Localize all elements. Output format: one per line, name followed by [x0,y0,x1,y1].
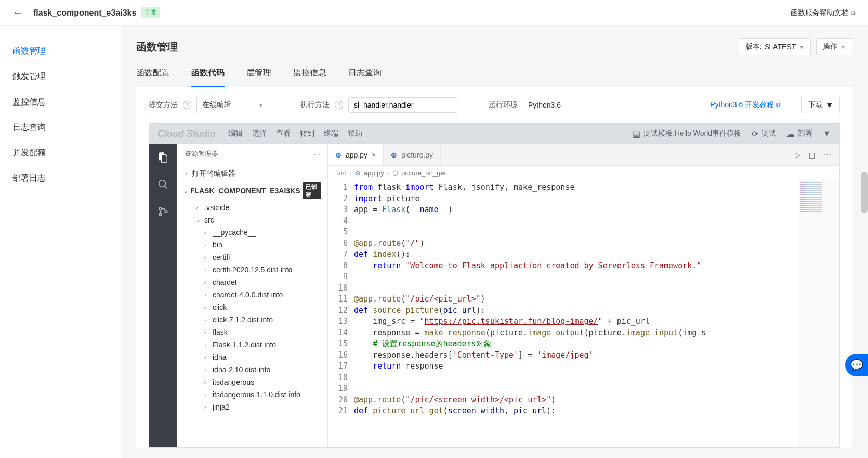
line-numbers: 123456789101112131415161718192021 [328,180,354,447]
menu-view[interactable]: 查看 [276,129,291,138]
nav-function-mgmt[interactable]: 函数管理 [0,38,121,64]
chat-bubble-icon[interactable]: 💬 [845,354,868,376]
chevron-right-icon: › [349,169,351,177]
folder-item[interactable]: ›chardet-4.0.0.dist-info [179,289,325,301]
function-name: flask_component_e3ai3ks [33,8,136,18]
caret-down-icon: ▼ [258,102,264,108]
chevron-right-icon: › [387,169,389,177]
folder-item[interactable]: ›bin [179,239,325,251]
chevron-right-icon: › [204,342,211,348]
status-badge: 正常 [141,7,160,18]
help-icon[interactable]: ? [335,101,343,109]
svg-line-1 [165,186,167,189]
tab-function-config[interactable]: 函数配置 [136,68,169,87]
chevron-right-icon: › [204,404,211,410]
scrollbar[interactable] [861,172,868,213]
folder-item[interactable]: ›itsdangerous [179,376,325,388]
nav-concurrency[interactable]: 并发配额 [0,140,121,166]
tab-logs[interactable]: 日志查询 [348,68,382,87]
svg-point-4 [165,211,167,213]
action-selector[interactable]: 操作 ▼ [816,38,852,55]
content-tabs: 函数配置 函数代码 层管理 监控信息 日志查询 [121,55,868,87]
folder-item[interactable]: ›idna-2.10.dist-info [179,363,325,376]
code-toolbar: 提交方法 ? 在线编辑 ▼ 执行方法 ? 运行环境 Python3.6 P [136,87,852,123]
search-icon[interactable] [155,176,172,193]
menu-terminal[interactable]: 终端 [324,129,338,138]
folder-vscode[interactable]: › .vscode [179,201,325,214]
template-icon: ▤ [633,129,640,139]
nav-monitor[interactable]: 监控信息 [0,89,121,115]
test-template-selector[interactable]: ▤ 测试模板:Hello World事件模板 [633,129,741,139]
breadcrumb[interactable]: src › ⊕ app.py › ⬡ picture_url_get [328,166,839,180]
menu-select[interactable]: 选择 [252,129,267,138]
chevron-right-icon: › [204,255,211,260]
submit-method-select[interactable]: 在线编辑 ▼ [196,97,269,113]
collapse-icon[interactable]: ▼ [823,129,831,138]
menu-help[interactable]: 帮助 [348,129,362,138]
chevron-right-icon: › [204,305,211,310]
folder-item[interactable]: ›__pycache__ [179,226,325,239]
chevron-right-icon: › [204,280,211,285]
folder-item[interactable]: ›flask [179,326,325,338]
test-button[interactable]: ⟳ 测试 [752,129,776,139]
submit-method-label: 提交方法 [149,100,178,110]
split-editor-icon[interactable]: ◫ [809,151,816,159]
tutorial-link[interactable]: Python3.6 开发教程 ⧉ [710,100,781,110]
svg-point-0 [159,180,166,187]
tab-layer-mgmt[interactable]: 层管理 [246,68,271,87]
chevron-right-icon: › [204,292,211,298]
left-sidebar: 函数管理 触发管理 监控信息 日志查询 并发配额 部署日志 [0,26,121,458]
tab-app-py[interactable]: ⊕ app.py × [328,144,384,165]
caret-down-icon: ▼ [840,44,846,50]
tab-monitor[interactable]: 监控信息 [293,68,326,87]
more-icon[interactable]: ⋯ [313,150,320,158]
project-root[interactable]: ⌄ FLASK_COMPONENT_E3AI3KS 已部署 [179,180,325,201]
ide-brand: Cloud Studio [157,128,216,139]
nav-deploy-log[interactable]: 部署日志 [0,166,121,191]
open-editors-section[interactable]: › 打开的编辑器 [179,167,325,180]
folder-item[interactable]: ›Flask-1.1.2.dist-info [179,338,325,351]
caret-down-icon: ▼ [799,44,804,50]
editor-tabs: ⊕ app.py × ⊕ picture.py ▷ [328,144,839,166]
tab-picture-py[interactable]: ⊕ picture.py [384,144,441,165]
back-arrow-icon[interactable]: ← [12,7,23,19]
code-content[interactable]: from flask import Flask, jsonify, make_r… [354,180,798,447]
nav-trigger-mgmt[interactable]: 触发管理 [0,64,121,89]
python-icon: ⊕ [335,151,341,159]
deploy-button[interactable]: ☁ 部署 [786,129,812,139]
folder-item[interactable]: ›click-7.1.2.dist-info [179,313,325,326]
chevron-right-icon: › [204,330,211,335]
folder-item[interactable]: ›itsdangerous-1.1.0.dist-info [179,388,325,401]
file-explorer: 资源管理器 ⋯ › 打开的编辑器 ⌄ FLASK_COMPON [177,144,328,447]
nav-logs[interactable]: 日志查询 [0,115,121,140]
explorer-icon[interactable] [155,149,172,166]
code-editor[interactable]: 123456789101112131415161718192021 from f… [328,180,839,447]
folder-item[interactable]: ›chardet [179,276,325,289]
help-doc-link[interactable]: 函数服务帮助文档 ⧉ [791,8,856,18]
runtime-value: Python3.6 [528,101,561,109]
folder-item[interactable]: ›certifi [179,251,325,264]
source-control-icon[interactable] [155,203,172,220]
more-icon[interactable]: ⋯ [824,151,831,159]
tab-function-code[interactable]: 函数代码 [191,68,225,87]
folder-item[interactable]: ›jinja2 [179,401,325,413]
folder-item[interactable]: ›certifi-2020.12.5.dist-info [179,264,325,276]
exec-method-input[interactable] [348,97,457,113]
chevron-right-icon: › [204,367,211,373]
folder-item[interactable]: ›idna [179,351,325,363]
menu-goto[interactable]: 转到 [300,129,314,138]
chevron-right-icon: › [204,317,211,323]
svg-point-3 [159,213,162,216]
help-icon[interactable]: ? [183,101,191,109]
folder-item[interactable]: ›click [179,301,325,313]
caret-down-icon: ▼ [826,101,833,109]
run-icon[interactable]: ▷ [795,151,800,159]
minimap[interactable] [798,180,839,447]
menu-edit[interactable]: 编辑 [228,129,243,138]
version-selector[interactable]: 版本: $LATEST ▼ [739,38,811,55]
python-icon: ⊕ [391,151,397,159]
python-icon: ⊕ [355,169,361,177]
download-button[interactable]: 下载 ▼ [801,97,840,113]
close-icon[interactable]: × [372,151,376,159]
folder-src[interactable]: ⌄ src [179,214,325,226]
